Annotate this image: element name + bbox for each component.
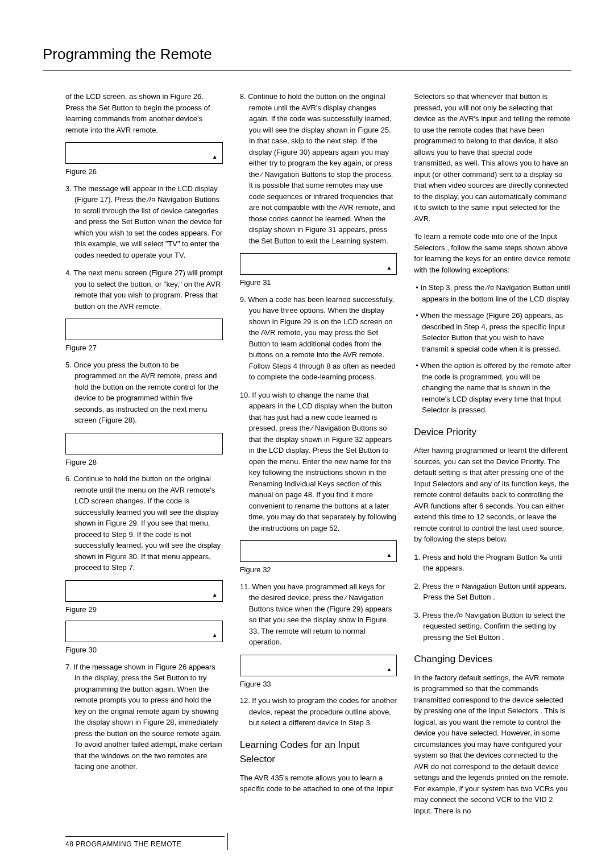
bullet: When the option is offered by the remote… xyxy=(414,360,571,416)
figure-label: Figure 31 xyxy=(240,277,397,288)
columns: of the LCD screen, as shown in Figure 26… xyxy=(43,91,571,823)
column-3: Selectors so that whenever that button i… xyxy=(414,91,571,823)
figure-box-26: ▲ xyxy=(65,142,223,164)
step-11: 11. When you have programmed all keys fo… xyxy=(240,581,397,648)
column-1: of the LCD screen, as shown in Figure 26… xyxy=(43,91,223,823)
figure-box-32: ▲ xyxy=(240,540,397,562)
column-2: 8. Continue to hold the button on the or… xyxy=(240,91,397,823)
dp-step-1: 1. Press and hold the Program Button ‰ u… xyxy=(414,552,571,574)
subheading: Learning Codes for an Input Selector xyxy=(240,738,397,767)
para: Selectors so that whenever that button i… xyxy=(414,91,571,224)
step-5: 5. Once you press the button to be progr… xyxy=(65,359,223,426)
step-3: 3. The message will appear in the LCD di… xyxy=(65,183,223,261)
figure-label: Figure 27 xyxy=(65,342,223,354)
para: In the factory default settings, the AVR… xyxy=(414,672,571,817)
figure-label: Figure 33 xyxy=(240,679,397,690)
para: of the LCD screen, as shown in Figure 26… xyxy=(65,91,223,135)
figure-box-28 xyxy=(65,433,223,454)
page-title: Programming the Remote xyxy=(43,46,571,63)
triangle-icon: ▲ xyxy=(386,263,392,272)
step-9: 9. When a code has been learned successf… xyxy=(240,294,397,383)
triangle-icon: ▲ xyxy=(212,590,218,599)
triangle-icon: ▲ xyxy=(386,551,392,559)
footer-divider xyxy=(227,833,228,850)
figure-label: Figure 30 xyxy=(65,644,223,656)
page-footer: 48 PROGRAMMING THE REMOTE xyxy=(65,836,225,848)
figure-label: Figure 32 xyxy=(240,564,397,576)
step-4: 4. The next menu screen (Figure 27) will… xyxy=(65,267,223,312)
step-8: 8. Continue to hold the button on the or… xyxy=(240,91,397,246)
para: To learn a remote code into one of the I… xyxy=(414,231,571,275)
figure-box-27 xyxy=(65,319,223,340)
step-6: 6. Continue to hold the button on the or… xyxy=(65,473,223,573)
figure-label: Figure 29 xyxy=(65,604,223,615)
dp-step-2: 2. Press the ¤ Navigation Button until a… xyxy=(414,581,571,603)
figure-label: Figure 28 xyxy=(65,457,223,468)
bullet: When the message (Figure 26) appears, as… xyxy=(414,310,571,354)
title-rule xyxy=(43,70,571,71)
dp-step-3: 3. Press the ⁄/¤ Navigation Button to se… xyxy=(414,610,571,643)
subheading: Device Priority xyxy=(414,425,571,440)
figure-box-33: ▲ xyxy=(240,655,397,676)
subheading: Changing Devices xyxy=(414,652,571,667)
step-7: 7. If the message shown in Figure 26 app… xyxy=(65,662,223,772)
triangle-icon: ▲ xyxy=(386,665,392,673)
bullet: In Step 3, press the ⁄/¤ Navigation Butt… xyxy=(414,282,571,304)
step-12: 12. If you wish to program the codes for… xyxy=(240,695,397,729)
figure-box-29: ▲ xyxy=(65,580,223,602)
figure-box-31: ▲ xyxy=(240,253,397,275)
triangle-icon: ▲ xyxy=(212,152,218,161)
triangle-icon: ▲ xyxy=(212,631,218,639)
para: The AVR 435's remote allows you to learn… xyxy=(240,772,397,795)
para: After having programmed or learnt the di… xyxy=(414,445,571,545)
figure-label: Figure 26 xyxy=(65,166,223,177)
figure-box-30: ▲ xyxy=(65,621,223,642)
step-10: 10. If you wish to change the name that … xyxy=(240,390,397,534)
